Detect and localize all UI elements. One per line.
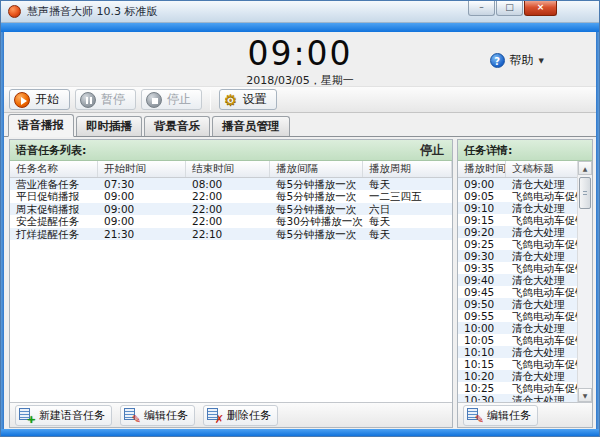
- cell-play-time: 09:20: [458, 226, 506, 238]
- gear-icon: ⚙: [224, 92, 237, 108]
- list-item[interactable]: 10:00 清仓大处理: [458, 322, 592, 334]
- list-item[interactable]: 10:10 清仓大处理: [458, 346, 592, 358]
- start-button[interactable]: 开始: [9, 89, 70, 110]
- list-item[interactable]: 09:05 飞鸽电动车促销: [458, 190, 592, 202]
- delete-task-button[interactable]: ✗ 删除任务: [203, 405, 278, 426]
- list-item[interactable]: 09:20 清仓大处理: [458, 226, 592, 238]
- detail-table-header: 播放时间 文稿标题: [458, 161, 592, 178]
- window-border-right: [596, 32, 599, 436]
- list-item[interactable]: 09:50 清仓大处理: [458, 298, 592, 310]
- task-table-header: 任务名称 开始时间 结束时间 播放间隔 播放周期: [10, 161, 452, 178]
- list-item[interactable]: 09:40 清仓大处理: [458, 274, 592, 286]
- delete-task-icon: ✗: [207, 408, 222, 422]
- pause-icon: [80, 92, 96, 108]
- cell-task-name: 平日促销播报: [10, 190, 98, 202]
- table-row[interactable]: 营业准备任务 07:30 08:00 每5分钟播放一次 每天: [10, 178, 452, 190]
- list-item[interactable]: 09:25 飞鸽电动车促销: [458, 238, 592, 250]
- window-controls: – □ ×: [467, 1, 557, 16]
- stop-button[interactable]: 停止: [141, 89, 202, 110]
- cell-play-time: 09:05: [458, 190, 506, 202]
- cell-start-time: 21:30: [98, 228, 186, 240]
- list-item[interactable]: 09:15 飞鸽电动车促销: [458, 214, 592, 226]
- task-list-panel: 语音任务列表: 停止 任务名称 开始时间 结束时间 播放间隔 播放周期 营业准备…: [9, 139, 453, 428]
- cell-play-time: 09:15: [458, 214, 506, 226]
- task-detail-header: 任务详情:: [458, 140, 592, 161]
- col-play-interval[interactable]: 播放间隔: [270, 161, 363, 177]
- col-end-time[interactable]: 结束时间: [186, 161, 270, 177]
- accent-band: [1, 23, 599, 32]
- settings-button[interactable]: ⚙ 设置: [219, 89, 277, 110]
- cell-play-time: 09:55: [458, 310, 506, 322]
- list-item[interactable]: 10:20 清仓大处理: [458, 370, 592, 382]
- status-badge: 停止: [420, 142, 444, 159]
- table-row[interactable]: 平日促销播报 09:00 22:00 每5分钟播放一次 一二三四五: [10, 190, 452, 202]
- tab-announcer-management[interactable]: 播音员管理: [212, 116, 290, 136]
- cell-play-period: 每天: [363, 228, 452, 240]
- table-row[interactable]: 周末促销播报 09:00 22:00 每5分钟播放一次 六日: [10, 203, 452, 215]
- main-toolbar: 开始 暂停 停止 ⚙ 设置: [4, 86, 596, 113]
- list-item[interactable]: 09:10 清仓大处理: [458, 202, 592, 214]
- task-detail-title: 任务详情:: [464, 143, 512, 158]
- tab-instant-insert[interactable]: 即时插播: [76, 116, 142, 136]
- col-play-time[interactable]: 播放时间: [458, 161, 506, 177]
- minimize-button[interactable]: –: [468, 1, 495, 16]
- tab-voice-broadcast[interactable]: 语音播报: [8, 114, 74, 137]
- window-border-bottom: [1, 429, 599, 436]
- app-icon: [8, 5, 21, 18]
- pause-button[interactable]: 暂停: [75, 89, 136, 110]
- detail-edit-task-button[interactable]: ✎ 编辑任务: [463, 405, 538, 426]
- task-list-header: 语音任务列表: 停止: [10, 140, 452, 161]
- cell-play-time: 10:10: [458, 346, 506, 358]
- cell-play-interval: 每5分钟播放一次: [270, 228, 363, 240]
- list-item[interactable]: 09:45 飞鸽电动车促销: [458, 286, 592, 298]
- maximize-button[interactable]: □: [496, 1, 523, 16]
- cell-play-time: 10:00: [458, 322, 506, 334]
- table-row[interactable]: 安全提醒任务 09:00 22:00 每30分钟播放一次 每天: [10, 215, 452, 227]
- cell-play-time: 09:10: [458, 202, 506, 214]
- list-item[interactable]: 09:55 飞鸽电动车促销: [458, 310, 592, 322]
- table-row[interactable]: 打烊提醒任务 21:30 22:10 每5分钟播放一次 每天: [10, 228, 452, 240]
- cell-play-interval: 每5分钟播放一次: [270, 178, 363, 190]
- list-item[interactable]: 09:35 飞鸽电动车促销: [458, 262, 592, 274]
- cell-task-name: 安全提醒任务: [10, 215, 98, 227]
- task-table-body: 营业准备任务 07:30 08:00 每5分钟播放一次 每天 平日促销播报 09…: [10, 178, 452, 402]
- cell-play-time: 10:15: [458, 358, 506, 370]
- cell-task-name: 周末促销播报: [10, 203, 98, 215]
- new-voice-task-button[interactable]: + 新建语音任务: [15, 405, 112, 426]
- col-play-period[interactable]: 播放周期: [363, 161, 452, 177]
- edit-task-button[interactable]: ✎ 编辑任务: [120, 405, 195, 426]
- cell-play-time: 10:30: [458, 394, 506, 402]
- list-item[interactable]: 09:30 清仓大处理: [458, 250, 592, 262]
- list-item[interactable]: 10:05 飞鸽电动车促销: [458, 334, 592, 346]
- detail-scrollbar[interactable]: ▲ ▼: [577, 161, 592, 402]
- scroll-up-icon[interactable]: ▲: [578, 161, 592, 175]
- help-button[interactable]: ? 帮助 ▼: [490, 52, 544, 69]
- close-button[interactable]: ×: [524, 1, 557, 16]
- cell-play-period: 每天: [363, 215, 452, 227]
- col-task-name[interactable]: 任务名称: [10, 161, 98, 177]
- help-label: 帮助: [510, 52, 534, 69]
- scrollbar-thumb[interactable]: [579, 177, 591, 209]
- cell-play-period: 一二三四五: [363, 190, 452, 202]
- task-detail-footer: ✎ 编辑任务: [458, 402, 592, 427]
- toolbar-separator: [210, 90, 211, 110]
- col-start-time[interactable]: 开始时间: [98, 161, 186, 177]
- cell-play-interval: 每5分钟播放一次: [270, 203, 363, 215]
- list-item[interactable]: 09:00 清仓大处理: [458, 178, 592, 190]
- scroll-down-icon[interactable]: ▼: [578, 388, 592, 402]
- cell-start-time: 09:00: [98, 203, 186, 215]
- list-item[interactable]: 10:30 清仓大处理: [458, 394, 592, 402]
- tab-background-music[interactable]: 背景音乐: [144, 116, 210, 136]
- list-item[interactable]: 10:25 飞鸽电动车促销: [458, 382, 592, 394]
- task-list-title: 语音任务列表:: [16, 143, 86, 158]
- app-window: 慧声播音大师 10.3 标准版 – □ × 09:00 2018/03/05，星…: [0, 0, 600, 437]
- cell-end-time: 22:00: [186, 190, 270, 202]
- stop-icon: [146, 92, 162, 108]
- list-item[interactable]: 10:15 飞鸽电动车促销: [458, 358, 592, 370]
- cell-end-time: 22:00: [186, 215, 270, 227]
- cell-play-period: 每天: [363, 178, 452, 190]
- cell-play-period: 六日: [363, 203, 452, 215]
- cell-play-time: 09:25: [458, 238, 506, 250]
- cell-play-time: 09:35: [458, 262, 506, 274]
- cell-task-name: 打烊提醒任务: [10, 228, 98, 240]
